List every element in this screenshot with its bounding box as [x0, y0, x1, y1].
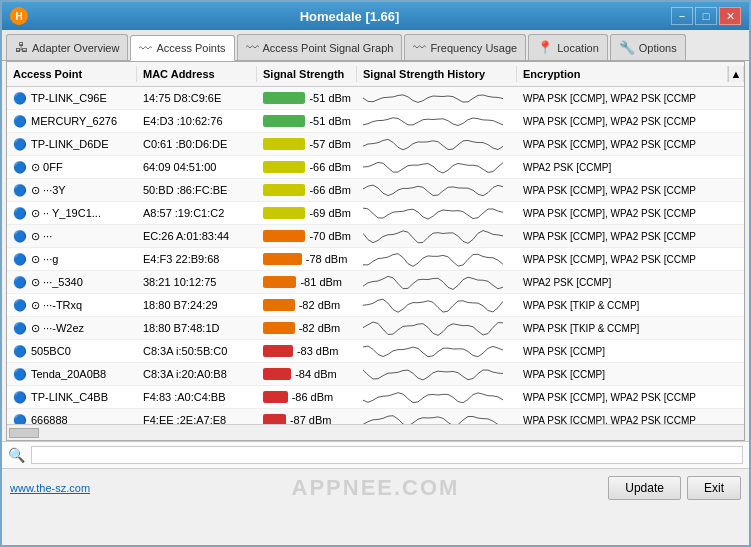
- table-row[interactable]: 🔵⊙ ···3Y50:BD :86:FC:BE-66 dBmWPA PSK [C…: [7, 179, 744, 202]
- ap-name: ⊙ ···-W2ez: [31, 322, 84, 335]
- tab-adapter[interactable]: 🖧 Adapter Overview: [6, 34, 128, 60]
- ap-icon: 🔵: [13, 414, 27, 425]
- table-row[interactable]: 🔵⊙ ···EC:26 A:01:83:44-70 dBmWPA PSK [CC…: [7, 225, 744, 248]
- table-body: 🔵TP-LINK_C96E14:75 D8:C9:6E-51 dBmWPA PS…: [7, 87, 744, 424]
- col-encryption: Encryption: [517, 66, 728, 82]
- ap-name-cell: 🔵Tenda_20A0B8: [7, 363, 137, 385]
- ap-name-cell: 🔵⊙ ···3Y: [7, 179, 137, 201]
- encryption-cell: WPA PSK [CCMP], WPA2 PSK [CCMP: [517, 202, 744, 224]
- tab-options-label: Options: [639, 42, 677, 54]
- close-button[interactable]: ✕: [719, 7, 741, 25]
- mac-cell: C8:3A i:50:5B:C0: [137, 340, 257, 362]
- table-row[interactable]: 🔵MERCURY_6276E4:D3 :10:62:76-51 dBmWPA P…: [7, 110, 744, 133]
- maximize-button[interactable]: □: [695, 7, 717, 25]
- signal-label: -51 dBm: [309, 92, 351, 104]
- mac-cell: F4:EE :2E:A7:E8: [137, 409, 257, 424]
- signal-cell: -51 dBm: [257, 87, 357, 109]
- ap-name: Tenda_20A0B8: [31, 368, 106, 380]
- signal-label: -82 dBm: [299, 299, 341, 311]
- mac-cell: F4:83 :A0:C4:BB: [137, 386, 257, 408]
- window-title: Homedale [1.66]: [28, 9, 671, 24]
- access-points-icon: 〰: [139, 41, 152, 56]
- table-row[interactable]: 🔵⊙ ·· Y_19C1...A8:57 :19:C1:C2-69 dBmWPA…: [7, 202, 744, 225]
- table-row[interactable]: 🔵⊙ ···gE4:F3 22:B9:68-78 dBmWPA PSK [CCM…: [7, 248, 744, 271]
- frequency-icon: 〰: [413, 40, 426, 55]
- signal-bar: [263, 391, 288, 403]
- tab-signal-graph-label: Access Point Signal Graph: [263, 42, 394, 54]
- tab-location-label: Location: [557, 42, 599, 54]
- ap-name: MERCURY_6276: [31, 115, 117, 127]
- tab-frequency[interactable]: 〰 Frequency Usage: [404, 34, 526, 60]
- ap-name: 666888: [31, 414, 68, 424]
- encryption-cell: WPA PSK [CCMP], WPA2 PSK [CCMP: [517, 110, 744, 132]
- app-icon: H: [10, 7, 28, 25]
- history-cell: [357, 248, 517, 270]
- table-row[interactable]: 🔵⊙ 0FF64:09 04:51:00-66 dBmWPA2 PSK [CCM…: [7, 156, 744, 179]
- mac-cell: 50:BD :86:FC:BE: [137, 179, 257, 201]
- signal-bar: [263, 299, 295, 311]
- history-cell: [357, 409, 517, 424]
- encryption-cell: WPA PSK [TKIP & CCMP]: [517, 317, 744, 339]
- table-row[interactable]: 🔵Tenda_20A0B8C8:3A i:20:A0:B8-84 dBmWPA …: [7, 363, 744, 386]
- table-row[interactable]: 🔵TP-LINK_C4BBF4:83 :A0:C4:BB-86 dBmWPA P…: [7, 386, 744, 409]
- signal-bar: [263, 138, 305, 150]
- table-row[interactable]: 🔵TP-LINK_C96E14:75 D8:C9:6E-51 dBmWPA PS…: [7, 87, 744, 110]
- table-row[interactable]: 🔵⊙ ···-TRxq18:80 B7:24:29-82 dBmWPA PSK …: [7, 294, 744, 317]
- ap-name-cell: 🔵⊙ ···_5340: [7, 271, 137, 293]
- tab-options[interactable]: 🔧 Options: [610, 34, 686, 60]
- search-icon: 🔍: [8, 447, 25, 463]
- tab-frequency-label: Frequency Usage: [430, 42, 517, 54]
- ap-icon: 🔵: [13, 299, 27, 312]
- tab-location[interactable]: 📍 Location: [528, 34, 608, 60]
- search-bar: 🔍: [2, 441, 749, 468]
- search-input[interactable]: [31, 446, 743, 464]
- table-row[interactable]: 🔵666888F4:EE :2E:A7:E8-87 dBmWPA PSK [CC…: [7, 409, 744, 424]
- signal-bar: [263, 230, 305, 242]
- table-row[interactable]: 🔵⊙ ···_534038:21 10:12:75-81 dBmWPA2 PSK…: [7, 271, 744, 294]
- encryption-cell: WPA PSK [CCMP], WPA2 PSK [CCMP: [517, 87, 744, 109]
- exit-button[interactable]: Exit: [687, 476, 741, 500]
- history-graph: [363, 158, 503, 176]
- history-cell: [357, 110, 517, 132]
- history-graph: [363, 342, 503, 360]
- ap-icon: 🔵: [13, 115, 27, 128]
- signal-label: -51 dBm: [309, 115, 351, 127]
- update-button[interactable]: Update: [608, 476, 681, 500]
- table-row[interactable]: 🔵TP-LINK_D6DEC0:61 :B0:D6:DE-57 dBmWPA P…: [7, 133, 744, 156]
- ap-icon: 🔵: [13, 391, 27, 404]
- signal-label: -84 dBm: [295, 368, 337, 380]
- history-graph: [363, 135, 503, 153]
- h-scrollbar[interactable]: [7, 424, 744, 440]
- history-cell: [357, 294, 517, 316]
- ap-name: ⊙ ···-TRxq: [31, 299, 82, 312]
- ap-icon: 🔵: [13, 345, 27, 358]
- history-graph: [363, 273, 503, 291]
- website-link[interactable]: www.the-sz.com: [10, 482, 90, 494]
- signal-label: -87 dBm: [290, 414, 332, 424]
- scrollbar-up[interactable]: ▲: [728, 66, 744, 82]
- tab-access-points[interactable]: 〰 Access Points: [130, 35, 234, 61]
- ap-name-cell: 🔵⊙ ···-W2ez: [7, 317, 137, 339]
- mac-cell: C8:3A i:20:A0:B8: [137, 363, 257, 385]
- signal-cell: -83 dBm: [257, 340, 357, 362]
- ap-name-cell: 🔵⊙ 0FF: [7, 156, 137, 178]
- minimize-button[interactable]: −: [671, 7, 693, 25]
- signal-bar: [263, 414, 286, 424]
- table-row[interactable]: 🔵⊙ ···-W2ez18:80 B7:48:1D-82 dBmWPA PSK …: [7, 317, 744, 340]
- tab-signal-graph[interactable]: 〰 Access Point Signal Graph: [237, 34, 403, 60]
- history-cell: [357, 386, 517, 408]
- history-cell: [357, 225, 517, 247]
- signal-cell: -87 dBm: [257, 409, 357, 424]
- ap-icon: 🔵: [13, 161, 27, 174]
- signal-label: -78 dBm: [306, 253, 348, 265]
- history-cell: [357, 156, 517, 178]
- h-scroll-thumb[interactable]: [9, 428, 39, 438]
- table-row[interactable]: 🔵505BC0C8:3A i:50:5B:C0-83 dBmWPA PSK [C…: [7, 340, 744, 363]
- ap-name-cell: 🔵TP-LINK_C4BB: [7, 386, 137, 408]
- history-cell: [357, 202, 517, 224]
- signal-cell: -82 dBm: [257, 317, 357, 339]
- history-graph: [363, 296, 503, 314]
- ap-name: ⊙ ·· Y_19C1...: [31, 207, 101, 220]
- history-cell: [357, 363, 517, 385]
- mac-cell: 18:80 B7:48:1D: [137, 317, 257, 339]
